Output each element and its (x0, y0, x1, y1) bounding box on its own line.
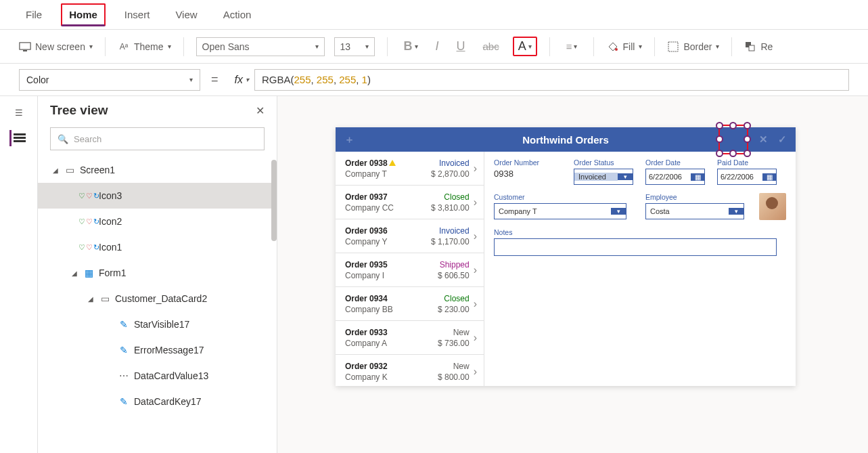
tab-file[interactable]: File (19, 5, 49, 24)
tree-node-icon3[interactable]: ♡♡↻Icon3 (38, 183, 277, 209)
order-row[interactable]: Order 0934Company BBClosed$ 230.00› (336, 287, 484, 321)
calendar-icon: ▦ (691, 173, 704, 181)
chevron-down-icon: ▾ (716, 43, 719, 50)
control-icon: ✎ (118, 345, 130, 355)
icon-group-icon: ♡♡↻ (83, 192, 95, 200)
order-row[interactable]: Order 0938Company TInvoiced$ 2,870.00› (336, 152, 484, 186)
formula-bar: Color ▾ = fx▾ RGBA(255, 255, 255, 1) (0, 64, 868, 96)
font-color-button[interactable]: A▾ (513, 37, 537, 56)
property-selector[interactable]: Color ▾ (19, 69, 200, 91)
tree-node-icon1[interactable]: ♡♡↻Icon1 (38, 234, 277, 260)
tree-node-screen1[interactable]: ◢▭Screen1 (38, 157, 277, 183)
chevron-right-icon: › (474, 332, 477, 344)
theme-button[interactable]: Aª Theme ▾ (118, 41, 171, 53)
app-preview: ＋ Northwind Orders ✕ ✓ Order 0938Company… (336, 127, 796, 386)
form-icon: ▦ (83, 267, 95, 278)
chevron-down-icon: ▾ (168, 43, 171, 50)
border-label: Border (683, 41, 712, 52)
tree-node-datacard[interactable]: ◢▭Customer_DataCard2 (38, 286, 277, 311)
ribbon: New screen ▾ Aª Theme ▾ Open Sans▾ 13▾ B… (0, 30, 868, 64)
chevron-right-icon: › (474, 163, 477, 175)
screen-icon: ▭ (64, 165, 76, 175)
underline-button[interactable]: U (453, 37, 470, 56)
left-rail: ☰ (0, 96, 38, 453)
svg-point-4 (615, 48, 618, 51)
chevron-right-icon: › (474, 196, 477, 209)
selection-overlay (718, 125, 748, 154)
order-row[interactable]: Order 0937Company CCClosed$ 3,810.00› (336, 186, 484, 219)
card-icon: ▭ (99, 293, 111, 304)
font-family-value: Open Sans (202, 41, 250, 52)
tree: ◢▭Screen1 ♡♡↻Icon3 ♡♡↻Icon2 ♡♡↻Icon1 ◢▦F… (38, 157, 277, 453)
svg-rect-10 (14, 140, 26, 142)
chevron-down-icon: ▾ (365, 43, 369, 50)
svg-rect-9 (14, 137, 26, 139)
strike-button[interactable]: abc (479, 38, 503, 55)
italic-button[interactable]: I (432, 37, 443, 56)
search-input[interactable]: 🔍 Search (50, 127, 265, 150)
order-row[interactable]: Order 0933Company ANew$ 736.00› (336, 321, 484, 355)
status-combo[interactable]: Invoiced▾ (574, 169, 633, 185)
order-row[interactable]: Order 0935Company IShipped$ 606.50› (336, 253, 484, 287)
order-row[interactable]: Order 0932Company KNew$ 800.00› (336, 355, 484, 386)
search-icon: 🔍 (58, 134, 68, 144)
label-order-date: Order Date (645, 158, 705, 167)
orders-list[interactable]: Order 0938Company TInvoiced$ 2,870.00›Or… (336, 152, 484, 386)
font-size-combo[interactable]: 13▾ (334, 37, 375, 56)
customer-combo[interactable]: Company T▾ (494, 203, 626, 219)
reorder-icon (744, 41, 756, 53)
chevron-down-icon: ▾ (189, 76, 193, 83)
tree-view-panel: Tree view ✕ 🔍 Search ◢▭Screen1 ♡♡↻Icon3 … (38, 96, 277, 453)
tree-node-form1[interactable]: ◢▦Form1 (38, 260, 277, 286)
paid-date-input[interactable]: 6/22/2006▦ (717, 169, 777, 185)
order-row[interactable]: Order 0936Company YInvoiced$ 1,170.00› (336, 219, 484, 253)
chevron-right-icon: › (474, 264, 477, 276)
rail-tree-view[interactable] (9, 130, 26, 146)
svg-rect-8 (14, 133, 26, 135)
tab-view[interactable]: View (168, 5, 204, 24)
border-button[interactable]: Border▾ (667, 41, 719, 53)
add-icon[interactable]: ＋ (341, 131, 357, 148)
reorder-button[interactable]: Re (744, 41, 773, 53)
panel-title: Tree view (50, 103, 108, 118)
tree-node-errormessage[interactable]: ✎ErrorMessage17 (38, 337, 277, 363)
theme-label: Theme (134, 41, 164, 52)
tree-node-icon2[interactable]: ♡♡↻Icon2 (38, 209, 277, 234)
app-titlebar: ＋ Northwind Orders ✕ ✓ (336, 127, 796, 152)
value-order-number: 0938 (494, 169, 562, 179)
property-value: Color (26, 74, 49, 85)
rail-hamburger[interactable]: ☰ (11, 104, 27, 121)
bold-button[interactable]: B▾ (400, 37, 422, 56)
close-icon[interactable]: ✕ (256, 104, 265, 117)
submit-icon[interactable]: ✓ (774, 131, 790, 148)
new-screen-button[interactable]: New screen ▾ (19, 41, 93, 53)
order-date-input[interactable]: 6/22/2006▦ (645, 169, 705, 185)
align-button[interactable]: ≡▾ (562, 38, 582, 55)
label-order-status: Order Status (574, 158, 633, 167)
notes-input[interactable] (494, 238, 777, 256)
tree-node-starvisible[interactable]: ✎StarVisible17 (38, 311, 277, 337)
fill-button[interactable]: Fill▾ (606, 41, 642, 53)
calendar-icon: ▦ (762, 173, 776, 181)
scrollbar-thumb[interactable] (271, 160, 277, 241)
icon-group-icon: ♡♡↻ (83, 243, 95, 252)
tab-action[interactable]: Action (216, 5, 258, 24)
tab-home[interactable]: Home (61, 3, 106, 26)
formula-input[interactable]: RGBA(255, 255, 255, 1) (255, 69, 849, 91)
tree-node-datacardkey[interactable]: ✎DataCardKey17 (38, 389, 277, 414)
equals-sign: = (207, 72, 223, 87)
employee-combo[interactable]: Costa▾ (645, 203, 744, 219)
search-placeholder: Search (74, 134, 101, 144)
theme-icon: Aª (118, 41, 130, 53)
cancel-icon[interactable]: ✕ (755, 131, 771, 148)
tree-node-datacardvalue[interactable]: ⋯DataCardValue13 (38, 363, 277, 389)
chevron-down-icon: ▾ (89, 43, 93, 50)
font-size-value: 13 (340, 41, 351, 52)
canvas[interactable]: ＋ Northwind Orders ✕ ✓ Order 0938Company… (277, 96, 868, 453)
dropdown-icon: ⋯ (118, 370, 130, 381)
chevron-down-icon: ▾ (315, 43, 319, 50)
tab-insert[interactable]: Insert (118, 5, 157, 24)
fx-button[interactable]: fx▾ (229, 69, 255, 91)
font-family-combo[interactable]: Open Sans▾ (196, 37, 325, 56)
employee-avatar (759, 193, 786, 220)
